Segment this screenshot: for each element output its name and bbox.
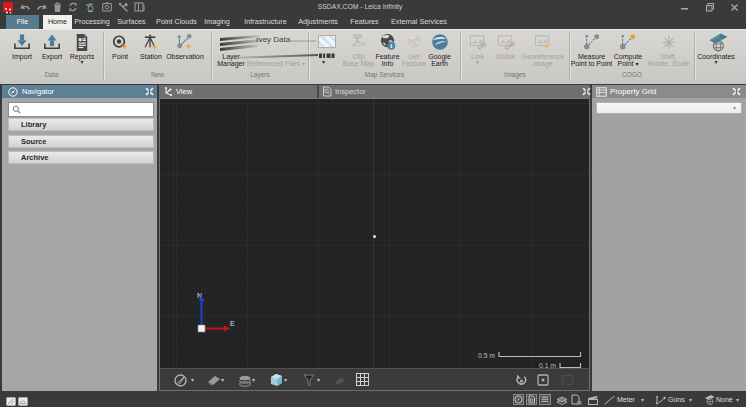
svg-text:i: i: [390, 42, 392, 50]
svg-text:E: E: [230, 320, 235, 327]
svg-text:rvey Data: rvey Data: [256, 35, 291, 44]
